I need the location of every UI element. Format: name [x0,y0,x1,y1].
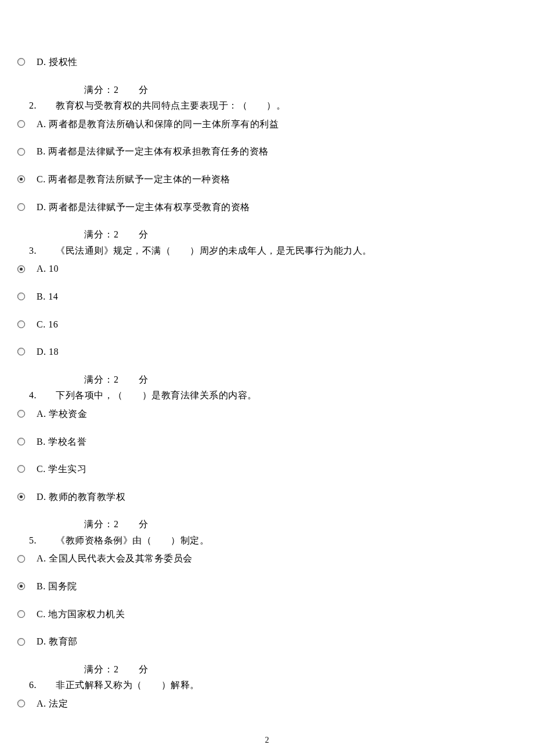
option-value: 授权性 [49,57,78,67]
option-label: A. [37,699,46,708]
score-label: 满分：2 [84,229,119,239]
question-text: 《民法通则》规定，不满（ ）周岁的未成年人，是无民事行为能力人。 [56,246,372,255]
radio-icon[interactable] [17,293,25,300]
option-row: D. 教育部 [17,634,517,649]
option-value: 18 [49,347,59,357]
option-value: 16 [48,319,58,329]
option-label: D. [37,202,46,212]
radio-icon[interactable] [17,610,25,618]
option-text: B. 学校名誉 [37,434,86,449]
score-line: 满分：2 分 [84,227,517,242]
option-value: 地方国家权力机关 [48,609,125,619]
question-stem: 5. 《教师资格条例》由（ ）制定。 [29,533,517,548]
score-line: 满分：2 分 [84,82,517,98]
option-label: B. [37,437,46,447]
radio-icon[interactable] [17,410,25,417]
question-stem: 3. 《民法通则》规定，不满（ ）周岁的未成年人，是无民事行为能力人。 [29,243,517,258]
question-text: 教育权与受教育权的共同特点主要表现于：（ ）。 [56,100,286,110]
option-text: A. 法定 [37,696,68,711]
option-label: B. [37,146,46,156]
option-text: A. 学校资金 [37,406,87,422]
option-value: 学校名誉 [48,437,86,447]
option-value: 两者都是法律赋予一定主体有权享受教育的资格 [49,202,250,212]
option-row: C. 地方国家权力机关 [17,607,517,622]
score-line: 满分：2 分 [84,517,517,532]
option-text: B. 14 [37,289,58,304]
radio-icon[interactable] [17,148,25,156]
option-text: B. 两者都是法律赋予一定主体有权承担教育任务的资格 [37,144,269,159]
option-row: A. 法定 [17,696,517,711]
option-label: A. [37,264,46,273]
question-stem: 2. 教育权与受教育权的共同特点主要表现于：（ ）。 [29,98,517,113]
radio-icon[interactable] [17,203,25,211]
score-suffix: 分 [139,85,149,95]
option-text: C. 两者都是教育法所赋予一定主体的一种资格 [37,172,230,187]
radio-icon[interactable] [17,638,25,646]
score-label: 满分：2 [84,519,119,529]
option-label: D. [37,57,46,67]
question-number: 5. [29,535,37,545]
option-row: D. 授权性 [17,55,517,70]
option-text: C. 学生实习 [37,462,86,477]
question-stem: 6. 非正式解释又称为（ ）解释。 [29,678,517,693]
option-value: 国务院 [48,581,77,591]
option-text: C. 地方国家权力机关 [37,607,125,622]
option-value: 两者都是教育法所确认和保障的同一主体所享有的利益 [49,119,279,129]
option-label: B. [37,291,46,301]
option-value: 法定 [49,699,68,708]
option-text: A. 10 [37,261,59,276]
score-line: 满分：2 分 [84,662,517,677]
option-value: 教育部 [49,636,78,646]
option-row: B. 国务院 [17,579,517,594]
question-text: 《教师资格条例》由（ ）制定。 [56,535,209,545]
option-text: A. 全国人民代表大会及其常务委员会 [37,551,193,566]
radio-icon[interactable] [17,321,25,328]
radio-icon[interactable] [17,120,25,128]
radio-icon[interactable] [17,555,25,563]
option-text: C. 16 [37,317,58,332]
score-suffix: 分 [139,229,149,239]
option-row: D. 教师的教育教学权 [17,489,517,505]
score-suffix: 分 [139,519,149,529]
question-number: 6. [29,680,37,690]
option-row: D. 18 [17,344,517,359]
question-text: 非正式解释又称为（ ）解释。 [56,680,200,690]
option-label: D. [37,492,46,502]
question-text: 下列各项中，（ ）是教育法律关系的内容。 [56,390,257,400]
radio-icon[interactable] [17,465,25,473]
option-value: 全国人民代表大会及其常务委员会 [49,553,193,563]
option-value: 学生实习 [48,464,86,474]
option-label: D. [37,636,46,646]
radio-icon[interactable] [17,175,25,183]
option-value: 两者都是法律赋予一定主体有权承担教育任务的资格 [48,146,269,156]
radio-icon[interactable] [17,348,25,355]
question-number: 3. [29,246,37,255]
score-suffix: 分 [139,664,149,674]
option-text: A. 两者都是教育法所确认和保障的同一主体所享有的利益 [37,117,279,132]
option-row: B. 两者都是法律赋予一定主体有权承担教育任务的资格 [17,144,517,159]
option-text: D. 教师的教育教学权 [37,489,125,505]
radio-icon[interactable] [17,265,25,273]
option-value: 学校资金 [49,409,87,419]
option-label: A. [37,553,46,563]
option-text: D. 两者都是法律赋予一定主体有权享受教育的资格 [37,200,250,215]
option-value: 两者都是教育法所赋予一定主体的一种资格 [48,174,230,184]
score-label: 满分：2 [84,664,119,674]
radio-icon[interactable] [17,582,25,590]
option-label: D. [37,347,46,357]
question-stem: 4. 下列各项中，（ ）是教育法律关系的内容。 [29,388,517,403]
option-label: C. [37,464,46,474]
option-label: C. [37,319,46,329]
radio-icon[interactable] [17,438,25,445]
option-text: D. 18 [37,344,59,359]
radio-icon[interactable] [17,700,25,707]
option-text: D. 授权性 [37,55,78,70]
score-label: 满分：2 [84,375,119,384]
option-row: B. 学校名誉 [17,434,517,449]
option-row: B. 14 [17,289,517,304]
radio-icon[interactable] [17,58,25,66]
option-text: D. 教育部 [37,634,78,649]
radio-icon[interactable] [17,493,25,501]
option-text: B. 国务院 [37,579,77,594]
option-label: B. [37,581,46,591]
